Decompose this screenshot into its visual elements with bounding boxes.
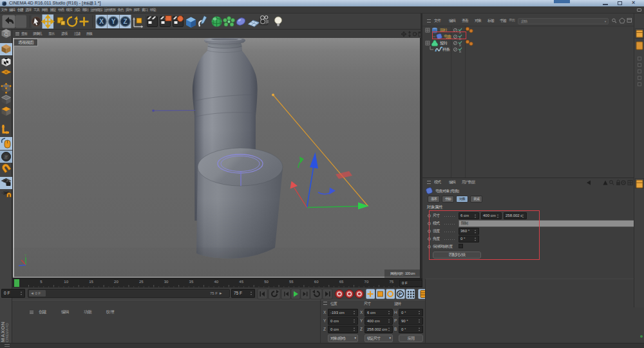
svg-text:P: P: [399, 291, 402, 297]
